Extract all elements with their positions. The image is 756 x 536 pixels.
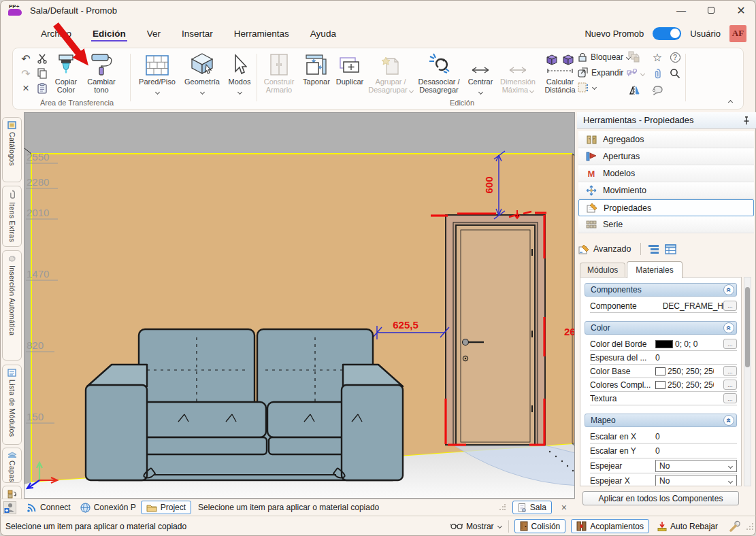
close-button[interactable]: ✕ (726, 0, 756, 20)
border-color-swatch[interactable] (655, 340, 673, 348)
ellipsis-button[interactable]: ... (723, 380, 737, 390)
freeform-button[interactable] (650, 82, 665, 97)
menu-archivo[interactable]: Archivo (39, 26, 73, 41)
ellipsis-button[interactable]: ... (723, 301, 737, 311)
escalar-y-input[interactable]: 0 (655, 446, 660, 456)
copy-button[interactable] (35, 66, 50, 81)
pin-icon[interactable] (742, 116, 751, 125)
ellipsis-button[interactable]: ... (723, 366, 737, 376)
base-color-swatch[interactable] (655, 367, 665, 375)
apply-all-components-button[interactable]: Aplicar en todos los Componentes (582, 491, 739, 505)
design-viewport[interactable]: 2550 2280 2010 1470 820 150 (24, 112, 575, 499)
maximize-button[interactable] (696, 0, 726, 20)
taponar-button[interactable]: Taponar (299, 51, 334, 86)
user-avatar[interactable]: AF (729, 25, 746, 42)
mostrar-button[interactable]: Mostrar (450, 522, 502, 531)
usuario-label[interactable]: Usuário (690, 29, 721, 39)
modos-button[interactable]: Modos (225, 51, 254, 95)
collapse-ribbon-button[interactable] (729, 95, 732, 107)
window-title: Sala/Default - Promob (30, 5, 117, 16)
menu-herramientas[interactable]: Herramientas (233, 26, 291, 41)
dimension-maxima-button[interactable]: Dimensión Máxima (497, 51, 538, 94)
sidebar-item-capas[interactable]: Capas (2, 448, 22, 483)
resize-grip[interactable] (745, 522, 753, 531)
sidebar-item-itens-extras[interactable]: Itens Extras (2, 186, 22, 247)
add-user-icon[interactable] (3, 501, 16, 514)
complementary-color-swatch[interactable] (655, 381, 665, 389)
panel-scrollbar[interactable] (744, 277, 751, 486)
copiar-color-button[interactable]: Copiar Color (51, 51, 81, 94)
scrollbar-thumb[interactable] (745, 287, 750, 367)
auto-rebajar-button[interactable]: Auto Rebajar (653, 520, 722, 533)
tool-item-agregados[interactable]: Agregados (578, 131, 754, 148)
ellipsis-button[interactable]: ... (723, 339, 737, 349)
dock-tab-project[interactable]: Project (141, 501, 191, 514)
sidebar-item-insercion-automatica[interactable]: Inserción Automática (2, 250, 22, 361)
tool-item-movimiento[interactable]: Movimiento (578, 182, 754, 199)
sidebar-item-sustituir[interactable]: Sustituir (2, 486, 22, 499)
grip-dots[interactable] (499, 504, 506, 511)
delete-button[interactable]: × (18, 81, 33, 96)
close-scene-tab-button[interactable]: × (561, 502, 567, 513)
desasociar-button[interactable]: Desasociar / Desagregar (414, 51, 463, 94)
calcular-distancia-button[interactable]: Calcular Distáncia (540, 51, 580, 94)
minimize-button[interactable]: — (666, 0, 696, 20)
wrench-icon[interactable] (729, 520, 741, 532)
tool-item-serie[interactable]: Serie (578, 216, 754, 233)
pared-piso-button[interactable]: Pared/Piso (136, 51, 178, 95)
replace-rotate-button[interactable] (624, 66, 646, 81)
collapse-section-button[interactable]: « (723, 284, 734, 295)
undo-button[interactable]: ↶ (18, 51, 33, 66)
menu-edicion[interactable]: Edición (91, 26, 127, 41)
connect-icon (27, 503, 37, 513)
cambiar-tono-button[interactable]: Cambiar tono (84, 51, 119, 94)
collapse-section-button[interactable]: « (723, 415, 734, 426)
cut-button[interactable] (35, 51, 50, 66)
construir-armario-button[interactable]: Construir Armario (259, 51, 299, 94)
agrupar-button[interactable]: Agrupar / Desagrupar (368, 51, 413, 94)
tab-modulos[interactable]: Módulos (580, 263, 625, 278)
duplicar-button[interactable]: Duplicar (333, 51, 367, 86)
help-button[interactable]: ? (668, 50, 683, 65)
search-button[interactable] (668, 66, 683, 81)
dock-tab-connect[interactable]: Connect (22, 501, 76, 514)
ellipsis-button[interactable]: ... (723, 393, 737, 403)
espejear-x-dropdown[interactable]: No (655, 475, 737, 487)
expandir-button[interactable]: Expandir (578, 67, 623, 78)
scene-tab-sala[interactable]: Sala (512, 501, 552, 514)
attach-button[interactable] (650, 66, 665, 81)
acoplamientos-toggle[interactable]: Acoplamientos (571, 519, 649, 533)
menu-insertar[interactable]: Insertar (180, 26, 214, 41)
collapse-section-button[interactable]: « (723, 322, 734, 333)
dock-tab-conexion-p[interactable]: Conexión P (76, 501, 141, 514)
list-view-icon[interactable] (648, 244, 659, 254)
avanzado-button[interactable]: Avanzado (578, 244, 631, 254)
cascade-button[interactable] (627, 50, 642, 65)
colision-toggle[interactable]: Colisión (514, 519, 566, 533)
geometria-button[interactable]: Geometría (181, 51, 223, 95)
property-value: 250; 250; 250 (668, 380, 714, 390)
espejear-dropdown[interactable]: No (655, 460, 737, 472)
selection-filter-button[interactable] (578, 82, 596, 93)
sidebar-item-lista-de-modulos[interactable]: Lista de Módulos (2, 365, 22, 445)
tool-item-modelos[interactable]: M Modelos (578, 165, 754, 182)
menu-ayuda[interactable]: Ayuda (309, 26, 338, 41)
redo-button[interactable]: ↷ (18, 66, 33, 81)
componente-value[interactable]: DEC_FRAME_H (663, 301, 723, 311)
tool-item-aperturas[interactable]: Aperturas (578, 148, 754, 165)
mirror-button[interactable] (627, 82, 642, 97)
menu-ver[interactable]: Ver (146, 26, 162, 41)
table-view-icon[interactable] (665, 244, 676, 254)
sidebar-item-catalogos[interactable]: Catálogos (2, 117, 22, 182)
centrar-button[interactable]: Centrar (464, 51, 497, 95)
escalar-x-input[interactable]: 0 (655, 432, 660, 441)
bloquear-button[interactable]: Bloquear (578, 52, 630, 62)
espesura-input[interactable]: 0 (655, 353, 660, 363)
tab-materiales[interactable]: Materiales (627, 261, 682, 278)
favorites-button[interactable]: ☆ (650, 50, 665, 65)
door-object[interactable] (446, 215, 545, 445)
nuevo-promob-toggle[interactable] (653, 27, 681, 40)
paste-button[interactable] (35, 81, 50, 96)
tool-item-propiedades[interactable]: Propiedades (578, 199, 754, 216)
taponar-icon (305, 51, 328, 76)
